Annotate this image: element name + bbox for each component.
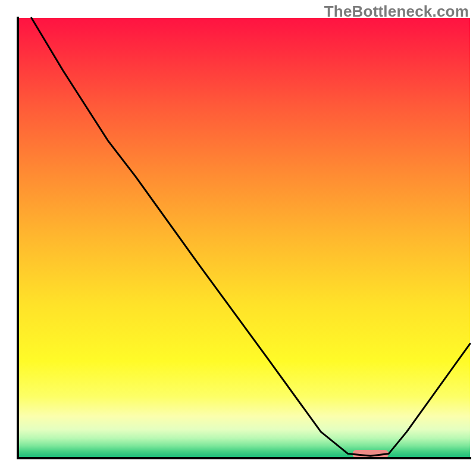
bottleneck-chart: TheBottleneck.com (0, 0, 476, 476)
plot-background (18, 18, 470, 458)
watermark-text: TheBottleneck.com (324, 2, 469, 21)
chart-svg (0, 0, 476, 476)
